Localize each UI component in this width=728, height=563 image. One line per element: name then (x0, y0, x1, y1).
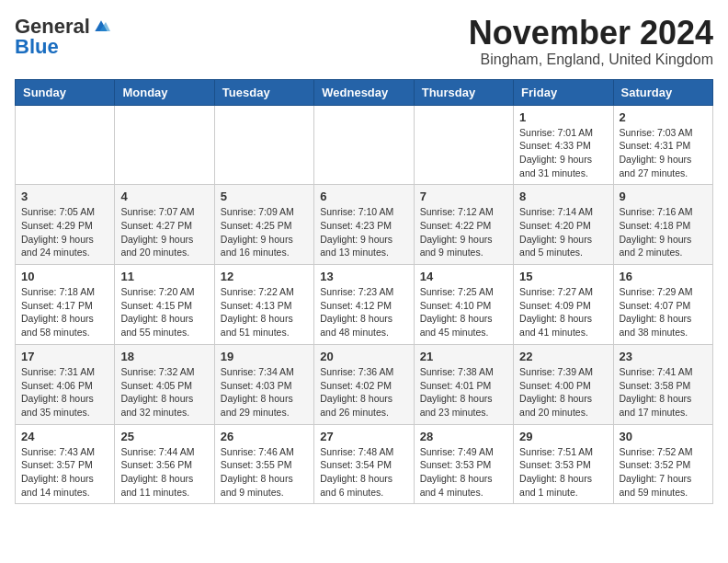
day-number: 16 (620, 270, 707, 283)
calendar-cell: 24Sunrise: 7:43 AM Sunset: 3:57 PM Dayli… (16, 424, 115, 504)
day-info: Sunrise: 7:29 AM Sunset: 4:07 PM Dayligh… (620, 285, 707, 339)
calendar-cell: 5Sunrise: 7:09 AM Sunset: 4:25 PM Daylig… (214, 185, 313, 265)
day-info: Sunrise: 7:23 AM Sunset: 4:12 PM Dayligh… (320, 285, 407, 339)
calendar-week-row-3: 10Sunrise: 7:18 AM Sunset: 4:17 PM Dayli… (16, 265, 713, 345)
day-number: 2 (620, 110, 707, 124)
day-info: Sunrise: 7:14 AM Sunset: 4:20 PM Dayligh… (519, 205, 607, 259)
calendar-cell: 14Sunrise: 7:25 AM Sunset: 4:10 PM Dayli… (414, 265, 513, 345)
col-thursday: Thursday (414, 79, 513, 105)
day-number: 25 (120, 430, 208, 443)
calendar-cell: 10Sunrise: 7:18 AM Sunset: 4:17 PM Dayli… (16, 265, 115, 345)
day-number: 29 (519, 430, 607, 443)
day-info: Sunrise: 7:12 AM Sunset: 4:22 PM Dayligh… (420, 205, 507, 259)
page-header: General Blue November 2024 Bingham, Engl… (15, 15, 713, 68)
calendar-cell: 7Sunrise: 7:12 AM Sunset: 4:22 PM Daylig… (414, 185, 513, 265)
day-number: 15 (519, 270, 607, 283)
calendar-week-row-5: 24Sunrise: 7:43 AM Sunset: 3:57 PM Dayli… (16, 424, 713, 504)
calendar-cell (414, 105, 513, 185)
calendar-table: Sunday Monday Tuesday Wednesday Thursday… (15, 79, 713, 505)
day-info: Sunrise: 7:05 AM Sunset: 4:29 PM Dayligh… (21, 205, 108, 259)
day-number: 7 (420, 190, 507, 203)
logo-blue-text: Blue (15, 35, 59, 58)
day-number: 13 (320, 270, 407, 283)
day-number: 30 (620, 430, 707, 443)
logo-icon (92, 17, 110, 36)
day-info: Sunrise: 7:36 AM Sunset: 4:02 PM Dayligh… (320, 365, 407, 419)
day-info: Sunrise: 7:07 AM Sunset: 4:27 PM Dayligh… (120, 205, 208, 259)
day-info: Sunrise: 7:34 AM Sunset: 4:03 PM Dayligh… (221, 365, 308, 419)
calendar-week-row-4: 17Sunrise: 7:31 AM Sunset: 4:06 PM Dayli… (16, 344, 713, 424)
calendar-cell: 8Sunrise: 7:14 AM Sunset: 4:20 PM Daylig… (514, 185, 613, 265)
day-info: Sunrise: 7:16 AM Sunset: 4:18 PM Dayligh… (620, 205, 707, 259)
calendar-cell: 18Sunrise: 7:32 AM Sunset: 4:05 PM Dayli… (115, 344, 214, 424)
calendar-cell: 25Sunrise: 7:44 AM Sunset: 3:56 PM Dayli… (115, 424, 214, 504)
day-number: 18 (120, 350, 208, 363)
calendar-cell: 4Sunrise: 7:07 AM Sunset: 4:27 PM Daylig… (115, 185, 214, 265)
day-number: 23 (620, 350, 707, 363)
day-number: 10 (21, 270, 108, 283)
day-info: Sunrise: 7:31 AM Sunset: 4:06 PM Dayligh… (21, 365, 108, 419)
day-info: Sunrise: 7:22 AM Sunset: 4:13 PM Dayligh… (221, 285, 308, 339)
day-info: Sunrise: 7:20 AM Sunset: 4:15 PM Dayligh… (120, 285, 208, 339)
calendar-cell: 26Sunrise: 7:46 AM Sunset: 3:55 PM Dayli… (214, 424, 313, 504)
day-number: 1 (519, 110, 607, 124)
day-number: 9 (620, 190, 707, 203)
month-year-title: November 2024 (469, 15, 713, 52)
day-number: 3 (21, 190, 108, 203)
calendar-cell: 11Sunrise: 7:20 AM Sunset: 4:15 PM Dayli… (115, 265, 214, 345)
day-number: 17 (21, 350, 108, 363)
calendar-week-row-1: 1Sunrise: 7:01 AM Sunset: 4:33 PM Daylig… (16, 105, 713, 185)
day-info: Sunrise: 7:51 AM Sunset: 3:53 PM Dayligh… (519, 445, 607, 500)
day-info: Sunrise: 7:48 AM Sunset: 3:54 PM Dayligh… (320, 445, 407, 500)
day-number: 20 (320, 350, 407, 363)
col-wednesday: Wednesday (314, 79, 414, 105)
col-tuesday: Tuesday (214, 79, 313, 105)
calendar-cell (115, 105, 214, 185)
day-number: 22 (519, 350, 607, 363)
calendar-cell (16, 105, 115, 185)
logo: General Blue (15, 15, 110, 59)
calendar-cell: 1Sunrise: 7:01 AM Sunset: 4:33 PM Daylig… (514, 105, 613, 185)
calendar-cell: 19Sunrise: 7:34 AM Sunset: 4:03 PM Dayli… (214, 344, 313, 424)
calendar-cell: 9Sunrise: 7:16 AM Sunset: 4:18 PM Daylig… (613, 185, 712, 265)
day-info: Sunrise: 7:39 AM Sunset: 4:00 PM Dayligh… (519, 365, 607, 419)
calendar-cell: 29Sunrise: 7:51 AM Sunset: 3:53 PM Dayli… (514, 424, 613, 504)
calendar-cell (314, 105, 414, 185)
day-number: 11 (120, 270, 208, 283)
day-info: Sunrise: 7:01 AM Sunset: 4:33 PM Dayligh… (519, 126, 607, 180)
day-info: Sunrise: 7:38 AM Sunset: 4:01 PM Dayligh… (420, 365, 507, 419)
day-info: Sunrise: 7:09 AM Sunset: 4:25 PM Dayligh… (221, 205, 308, 259)
day-info: Sunrise: 7:27 AM Sunset: 4:09 PM Dayligh… (519, 285, 607, 339)
day-info: Sunrise: 7:43 AM Sunset: 3:57 PM Dayligh… (21, 445, 108, 500)
day-number: 21 (420, 350, 507, 363)
day-number: 14 (420, 270, 507, 283)
day-info: Sunrise: 7:32 AM Sunset: 4:05 PM Dayligh… (120, 365, 208, 419)
calendar-cell: 22Sunrise: 7:39 AM Sunset: 4:00 PM Dayli… (514, 344, 613, 424)
calendar-cell: 28Sunrise: 7:49 AM Sunset: 3:53 PM Dayli… (414, 424, 513, 504)
day-info: Sunrise: 7:25 AM Sunset: 4:10 PM Dayligh… (420, 285, 507, 339)
location-subtitle: Bingham, England, United Kingdom (469, 52, 713, 68)
calendar-cell: 30Sunrise: 7:52 AM Sunset: 3:52 PM Dayli… (613, 424, 712, 504)
calendar-cell: 21Sunrise: 7:38 AM Sunset: 4:01 PM Dayli… (414, 344, 513, 424)
calendar-cell: 23Sunrise: 7:41 AM Sunset: 3:58 PM Dayli… (613, 344, 712, 424)
calendar-header-row: Sunday Monday Tuesday Wednesday Thursday… (16, 79, 713, 105)
calendar-cell: 15Sunrise: 7:27 AM Sunset: 4:09 PM Dayli… (514, 265, 613, 345)
day-info: Sunrise: 7:18 AM Sunset: 4:17 PM Dayligh… (21, 285, 108, 339)
col-saturday: Saturday (613, 79, 712, 105)
title-section: November 2024 Bingham, England, United K… (469, 15, 713, 68)
day-number: 19 (221, 350, 308, 363)
calendar-cell: 13Sunrise: 7:23 AM Sunset: 4:12 PM Dayli… (314, 265, 414, 345)
day-info: Sunrise: 7:10 AM Sunset: 4:23 PM Dayligh… (320, 205, 407, 259)
day-number: 8 (519, 190, 607, 203)
day-number: 26 (221, 430, 308, 443)
day-info: Sunrise: 7:46 AM Sunset: 3:55 PM Dayligh… (221, 445, 308, 500)
day-number: 28 (420, 430, 507, 443)
calendar-cell: 17Sunrise: 7:31 AM Sunset: 4:06 PM Dayli… (16, 344, 115, 424)
calendar-cell: 16Sunrise: 7:29 AM Sunset: 4:07 PM Dayli… (613, 265, 712, 345)
day-number: 12 (221, 270, 308, 283)
day-number: 6 (320, 190, 407, 203)
calendar-cell: 2Sunrise: 7:03 AM Sunset: 4:31 PM Daylig… (613, 105, 712, 185)
col-friday: Friday (514, 79, 613, 105)
col-sunday: Sunday (16, 79, 115, 105)
day-info: Sunrise: 7:44 AM Sunset: 3:56 PM Dayligh… (120, 445, 208, 500)
